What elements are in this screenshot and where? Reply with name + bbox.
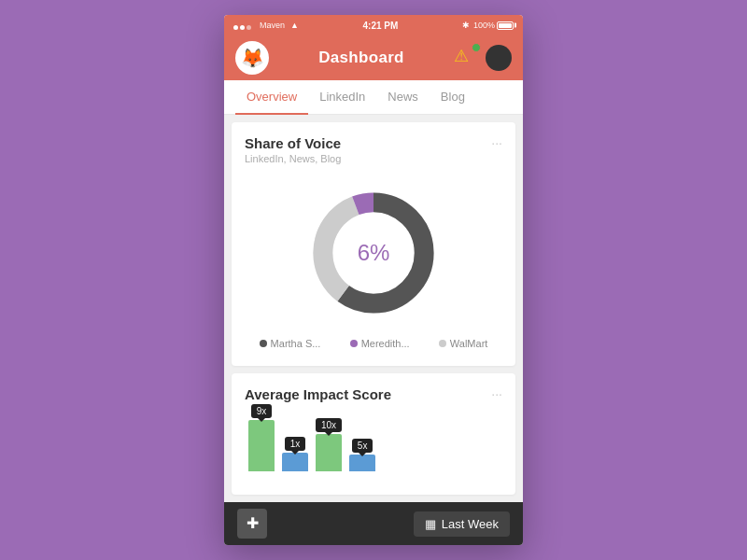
bar-tooltip-1: 9x [251,404,273,418]
alert-triangle-icon: ⚠ [454,47,469,65]
legend-label-martha: Martha S... [271,338,321,349]
legend-dot-meredith [350,340,358,347]
add-icon: ✚ [247,516,259,531]
donut-wrapper: 6% [303,183,444,323]
legend-dot-martha [260,340,267,347]
donut-chart-container: 6% [245,168,502,332]
bar-1 [248,420,275,471]
carrier-name: Maven [260,21,285,30]
signal-dots [233,17,253,34]
bar-tooltip-2: 1x [285,437,306,451]
legend-dot-walmart [439,340,446,347]
tab-news[interactable]: News [376,80,430,115]
bar-3 [316,434,342,471]
battery-percent: 100% [473,21,495,30]
share-of-voice-title: Share of Voice [245,135,341,151]
bar-tooltip-3: 10x [316,418,342,432]
header-title: Dashboard [318,49,404,67]
navigation-tabs: Overview LinkedIn News Blog [224,80,523,115]
battery-indicator: 100% [473,21,514,30]
main-content: Share of Voice LinkedIn, News, Blog ··· [224,115,523,502]
wifi-icon: ▲ [290,21,299,30]
bar-chart: 9x 1x 10x 5x [245,406,502,471]
avg-impact-card: Average Impact Score ··· 9x 1x 10x 5x [232,373,515,495]
bar-2 [282,453,308,471]
fox-icon: 🦊 [241,47,264,69]
tab-blog[interactable]: Blog [430,80,476,115]
status-right: ✱ 100% [462,21,514,30]
alert-button[interactable]: ⚠ [454,46,478,70]
share-of-voice-card: Share of Voice LinkedIn, News, Blog ··· [232,122,515,366]
alert-badge [472,43,481,52]
period-selector[interactable]: ▦ Last Week [414,511,510,537]
tab-overview[interactable]: Overview [235,80,308,115]
donut-center: 6% [358,240,390,266]
legend-item-martha: Martha S... [260,338,321,349]
bar-group-2: 1x [282,437,308,471]
status-time: 4:21 PM [363,21,399,31]
legend-item-walmart: WalMart [439,338,488,349]
phone-frame: Maven ▲ 4:21 PM ✱ 100% 🦊 Dashboard ⚠ [224,15,523,545]
bar-4 [349,455,375,471]
calendar-icon: ▦ [425,517,436,531]
bluetooth-icon: ✱ [462,21,470,30]
tab-linkedin[interactable]: LinkedIn [308,80,376,115]
legend-label-meredith: Meredith... [361,338,410,349]
period-label: Last Week [442,517,499,531]
bar-group-1: 9x [248,404,275,471]
avg-impact-menu[interactable]: ··· [491,386,502,401]
chart-legend: Martha S... Meredith... WalMart [245,332,502,353]
status-left: Maven ▲ [233,17,299,34]
status-bar: Maven ▲ 4:21 PM ✱ 100% [224,15,523,35]
card-title-block: Share of Voice LinkedIn, News, Blog [245,135,341,164]
share-of-voice-menu[interactable]: ··· [491,135,502,150]
battery-fill [499,23,512,28]
avg-impact-card-header: Average Impact Score ··· [245,386,502,402]
bar-group-4: 5x [349,439,375,471]
user-avatar[interactable] [486,45,512,71]
bar-tooltip-4: 5x [352,439,374,453]
share-of-voice-subtitle: LinkedIn, News, Blog [245,153,341,164]
app-logo: 🦊 [235,41,269,75]
add-button[interactable]: ✚ [237,509,267,539]
donut-percent-label: 6% [358,240,390,265]
avg-impact-title: Average Impact Score [245,386,391,402]
battery-icon [497,21,514,30]
header-actions: ⚠ [454,45,512,71]
legend-item-meredith: Meredith... [350,338,410,349]
legend-label-walmart: WalMart [450,338,488,349]
app-header: 🦊 Dashboard ⚠ [224,35,523,80]
bar-group-3: 10x [316,418,342,471]
bottom-bar: ✚ ▦ Last Week [224,502,523,545]
card-header: Share of Voice LinkedIn, News, Blog ··· [245,135,502,164]
